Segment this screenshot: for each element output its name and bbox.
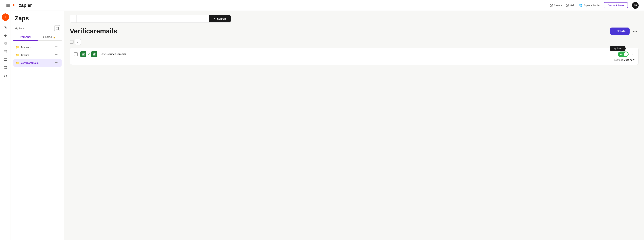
folder-more-button[interactable]: ••• — [54, 45, 60, 49]
folder-icon: 📁 — [16, 45, 19, 49]
rail-tables-icon[interactable] — [2, 48, 9, 55]
svg-rect-3 — [4, 44, 5, 45]
rail-interfaces-icon[interactable] — [2, 56, 9, 63]
globe-icon: 🌐 — [579, 4, 582, 7]
zap-actions: On › — [618, 52, 634, 57]
main-content: › ⚬ Search Verificaremails + Create ••• … — [64, 11, 644, 240]
zap-card-inner: ✓ Test-Verificaremails On — [74, 51, 634, 57]
folder-name: Test zaps — [21, 46, 31, 48]
folder-list: 📁 Test zaps ••• 📁 Textura ••• 📁 Verifica… — [14, 43, 62, 67]
svg-marker-0 — [4, 34, 7, 37]
zap-icons: ✓ — [80, 51, 97, 57]
search-nav-label: Search — [554, 4, 562, 7]
zap-app-icon-sheets — [80, 51, 86, 57]
help-nav-label: Help — [570, 4, 575, 7]
zap-expand-button[interactable]: › — [630, 52, 634, 57]
tab-personal[interactable]: Personal — [14, 34, 38, 40]
icon-rail: + — [0, 11, 11, 240]
rail-zaps-icon[interactable] — [2, 32, 9, 39]
zap-list: Zap is on. ✓ Test-Verificaremails — [70, 48, 639, 65]
sidebar: Zaps My Zaps ◫ Personal Shared 🔒 📁 Test … — [11, 11, 64, 240]
folder-more-button[interactable]: ••• — [54, 53, 60, 57]
zap-check-icon: ✓ — [88, 52, 90, 56]
rail-home-icon[interactable] — [2, 24, 9, 31]
hamburger-button[interactable] — [5, 3, 11, 8]
main-layout: + Zaps My Zaps ◫ Personal — [0, 11, 644, 240]
help-nav-button[interactable]: ? Help — [566, 4, 575, 7]
zap-app-icon-sheets2 — [91, 51, 97, 57]
logo[interactable]: zapier — [13, 3, 32, 8]
search-button-icon: ⚬ — [214, 17, 216, 20]
contact-sales-button[interactable]: Contact Sales — [604, 2, 628, 8]
sidebar-title: Zaps — [14, 15, 62, 22]
tab-shared[interactable]: Shared 🔒 — [38, 34, 62, 40]
create-button[interactable]: + Create — [610, 28, 630, 35]
search-bar: › ⚬ Search — [70, 15, 231, 23]
help-nav-icon: ? — [566, 4, 569, 7]
folder-name-active: Verificaremails — [21, 62, 38, 64]
svg-rect-1 — [4, 42, 5, 43]
last-edit-label: Last edit: — [614, 58, 624, 61]
search-nav-icon: ⚬ — [550, 4, 553, 7]
tooltip-bubble: Zap is on. — [610, 46, 625, 51]
sidebar-header: My Zaps ◫ — [14, 25, 62, 31]
top-nav-right: ⚬ Search ? Help 🌐 Explore Zapier Contact… — [550, 2, 639, 9]
folder-more-button-active[interactable]: ••• — [54, 61, 60, 65]
rail-more-icon[interactable] — [2, 72, 9, 79]
search-button[interactable]: ⚬ Search — [209, 15, 231, 22]
search-input[interactable] — [76, 15, 209, 22]
explore-nav-button[interactable]: 🌐 Explore Zapier — [579, 4, 600, 7]
svg-rect-16 — [93, 53, 96, 56]
toggle-wrapper: On — [618, 52, 628, 57]
logo-text: zapier — [19, 3, 32, 8]
avatar[interactable]: AP — [632, 2, 639, 9]
my-zaps-label: My Zaps — [15, 27, 24, 30]
folder-item-active[interactable]: 📁 Verificaremails ••• — [14, 59, 62, 67]
toggle-switch[interactable]: On — [618, 52, 628, 57]
folder-icon-active: 📁 — [16, 61, 19, 65]
folder-item[interactable]: 📁 Test zaps ••• — [14, 43, 62, 51]
svg-rect-5 — [4, 50, 7, 53]
logo-icon — [13, 3, 18, 8]
search-chevron-button[interactable]: › — [70, 15, 76, 22]
filter-row: ⌄ — [70, 39, 639, 45]
sidebar-tabs: Personal Shared 🔒 — [14, 34, 62, 40]
svg-rect-9 — [4, 58, 7, 60]
more-options-button[interactable]: ••• — [632, 28, 639, 35]
folder-name: Textura — [21, 54, 29, 56]
zap-name: Test-Verificaremails — [100, 52, 615, 56]
page-header-actions: + Create ••• — [610, 28, 639, 35]
create-fab-button[interactable]: + — [2, 14, 9, 21]
lock-icon: 🔒 — [53, 36, 56, 38]
sort-dropdown-button[interactable]: ⌄ — [75, 39, 81, 45]
svg-rect-2 — [6, 42, 6, 43]
svg-rect-12 — [82, 53, 85, 56]
toggle-circle — [624, 52, 628, 56]
page-header: Verificaremails + Create ••• — [70, 27, 639, 35]
svg-rect-17 — [94, 54, 95, 54]
select-all-checkbox[interactable] — [70, 40, 74, 44]
top-nav-left: zapier — [5, 3, 32, 8]
svg-rect-4 — [6, 44, 6, 45]
folder-item[interactable]: 📁 Textura ••• — [14, 51, 62, 59]
last-edit-value: Just now — [624, 58, 634, 61]
folder-icon: 📁 — [16, 53, 19, 57]
rail-chatbots-icon[interactable] — [2, 64, 9, 71]
explore-nav-label: Explore Zapier — [584, 4, 600, 7]
rail-apps-icon[interactable] — [2, 40, 9, 47]
toggle-label: On — [620, 53, 623, 56]
search-button-label: Search — [217, 17, 226, 20]
top-nav: zapier ⚬ Search ? Help 🌐 Explore Zapier … — [0, 0, 644, 11]
page-title: Verificaremails — [70, 27, 117, 35]
svg-rect-13 — [82, 54, 84, 54]
zap-footer: Last edit: Just now — [74, 58, 634, 61]
zap-card: Zap is on. ✓ Test-Verificaremails — [70, 48, 639, 65]
search-nav-button[interactable]: ⚬ Search — [550, 4, 562, 7]
zap-checkbox[interactable] — [74, 52, 78, 56]
add-folder-button[interactable]: ◫ — [54, 25, 60, 31]
